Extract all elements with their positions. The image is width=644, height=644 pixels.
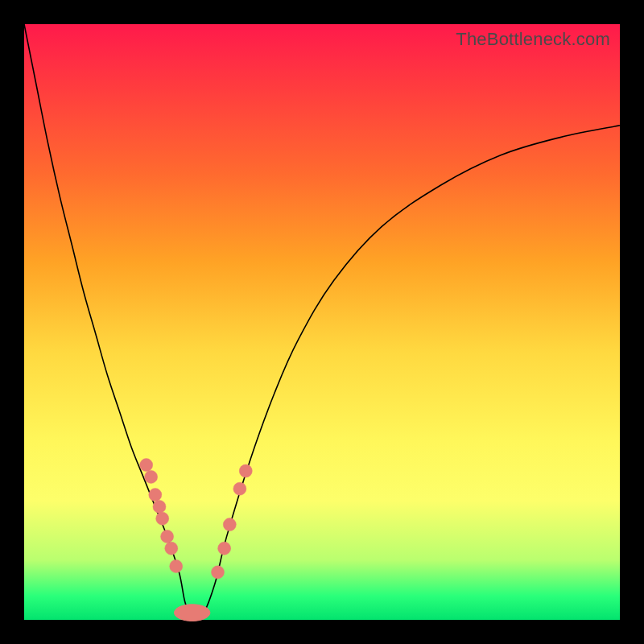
chart-svg xyxy=(24,24,620,620)
marker-dot xyxy=(165,542,178,555)
marker-dot xyxy=(212,566,225,579)
marker-dot xyxy=(149,489,162,502)
trough-blob xyxy=(174,605,209,621)
watermark-text: TheBottleneck.com xyxy=(456,29,610,50)
marker-dot xyxy=(156,512,169,525)
chart-area: TheBottleneck.com xyxy=(24,24,620,620)
markers-group xyxy=(140,459,253,579)
marker-dot xyxy=(153,500,166,513)
marker-dot xyxy=(223,518,236,531)
marker-dot xyxy=(239,464,252,477)
marker-dot xyxy=(233,482,246,495)
marker-dot xyxy=(161,530,174,543)
bottleneck-curve xyxy=(24,24,620,617)
marker-dot xyxy=(140,459,153,472)
marker-dot xyxy=(218,542,231,555)
marker-dot xyxy=(170,559,183,572)
marker-dot xyxy=(145,470,158,483)
